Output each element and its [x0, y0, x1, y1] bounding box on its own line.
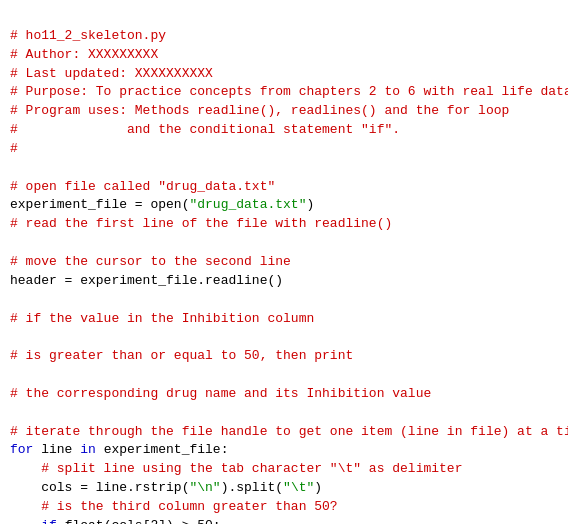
code-line: if float(cols[2]) > 50:	[10, 517, 558, 524]
code-line: # Purpose: To practice concepts from cha…	[10, 83, 558, 102]
code-line	[10, 404, 558, 423]
code-line: experiment_file = open("drug_data.txt")	[10, 196, 558, 215]
code-line: # if the value in the Inhibition column	[10, 310, 558, 329]
code-line	[10, 328, 558, 347]
code-line	[10, 159, 558, 178]
code-line: #	[10, 140, 558, 159]
code-line: # split line using the tab character "\t…	[10, 460, 558, 479]
code-line: # open file called "drug_data.txt"	[10, 178, 558, 197]
code-line: # is greater than or equal to 50, then p…	[10, 347, 558, 366]
code-line: # is the third column greater than 50?	[10, 498, 558, 517]
code-line	[10, 291, 558, 310]
code-line: # ho11_2_skeleton.py	[10, 27, 558, 46]
code-line	[10, 366, 558, 385]
code-line: header = experiment_file.readline()	[10, 272, 558, 291]
code-line: # and the conditional statement "if".	[10, 121, 558, 140]
code-line: cols = line.rstrip("\n").split("\t")	[10, 479, 558, 498]
code-line: # move the cursor to the second line	[10, 253, 558, 272]
code-line	[10, 234, 558, 253]
code-line: # iterate through the file handle to get…	[10, 423, 558, 442]
code-line: for line in experiment_file:	[10, 441, 558, 460]
code-line: # Program uses: Methods readline(), read…	[10, 102, 558, 121]
code-line: # Author: XXXXXXXXX	[10, 46, 558, 65]
code-line: # Last updated: XXXXXXXXXX	[10, 65, 558, 84]
code-editor: # ho11_2_skeleton.py# Author: XXXXXXXXX#…	[10, 8, 558, 524]
code-line: # the corresponding drug name and its In…	[10, 385, 558, 404]
code-line: # read the first line of the file with r…	[10, 215, 558, 234]
